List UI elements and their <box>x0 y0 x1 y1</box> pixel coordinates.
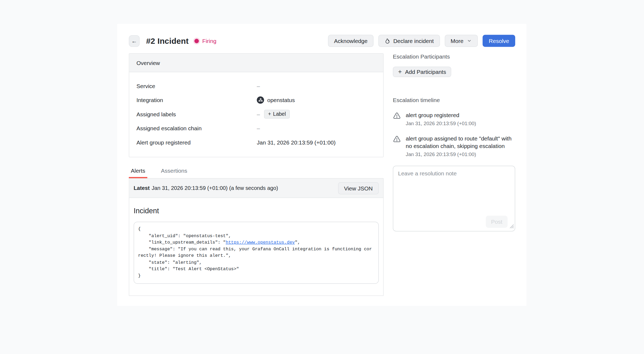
incident-json-code-block: { "alert_uid": "openstatus-test", "link_… <box>134 222 379 284</box>
resize-handle-icon[interactable] <box>510 223 514 230</box>
timeline-item: alert group registered Jan 31, 2026 20:1… <box>393 111 515 126</box>
code-line: "title": "Test Alert <OpenStatus>" <box>138 266 375 272</box>
timeline-item-text: alert group assigned to route "default" … <box>406 135 515 150</box>
acknowledge-label: Acknowledge <box>334 38 368 44</box>
overview-panel: Overview Service – Integration <box>129 53 384 157</box>
main-column: Overview Service – Integration <box>129 53 384 296</box>
page-title: #2 Incident <box>146 36 189 46</box>
code-line: "link_to_upstream_details": "https://www… <box>138 239 375 246</box>
code-line: { <box>138 226 375 233</box>
view-json-button[interactable]: View JSON <box>338 182 379 194</box>
post-note-button[interactable]: Post <box>486 215 507 227</box>
add-label-button[interactable]: + Label <box>264 110 290 118</box>
plus-icon: + <box>398 68 402 75</box>
page-header: ← #2 Incident Firing Acknowledge Declare… <box>129 35 515 47</box>
code-text: ", <box>295 240 300 245</box>
row-value: – <box>257 111 260 117</box>
warning-triangle-icon <box>393 135 401 157</box>
timeline-item-time: Jan 31, 2026 20:13:59 (+01:00) <box>406 120 476 126</box>
latest-label: Latest <box>134 185 150 191</box>
timeline-item-time: Jan 31, 2026 20:13:59 (+01:00) <box>406 151 515 157</box>
add-participants-button[interactable]: + Add Participants <box>393 67 451 77</box>
overview-panel-header: Overview <box>129 54 383 72</box>
overview-row-integration: Integration openstatus <box>137 93 376 107</box>
timeline-item: alert group assigned to route "default" … <box>393 135 515 157</box>
row-label: Alert group registered <box>137 139 257 145</box>
add-label-text: Label <box>273 111 286 117</box>
incident-title: Incident <box>134 207 379 215</box>
declare-incident-label: Declare incident <box>393 38 434 44</box>
more-label: More <box>451 38 463 44</box>
header-actions: Acknowledge Declare incident More Resolv… <box>328 35 515 47</box>
sidebar: Escalation Participants + Add Participan… <box>393 53 515 296</box>
webhook-icon <box>257 96 264 103</box>
status-badge: Firing <box>194 38 217 44</box>
row-label: Assigned escalation chain <box>137 125 257 131</box>
tabs-bar: Alerts Assertions <box>129 167 384 178</box>
row-label: Assigned labels <box>137 111 257 117</box>
escalation-timeline: alert group registered Jan 31, 2026 20:1… <box>393 111 515 157</box>
resolve-button[interactable]: Resolve <box>483 35 515 47</box>
code-line: } <box>138 272 375 279</box>
arrow-left-icon: ← <box>131 37 137 44</box>
plus-icon: + <box>268 111 271 117</box>
resolve-label: Resolve <box>489 38 509 44</box>
code-line: "message": "If you can read this, your G… <box>138 246 375 259</box>
overview-title: Overview <box>137 60 160 66</box>
incident-section: Incident { "alert_uid": "openstatus-test… <box>129 198 383 295</box>
latest-timestamp: Jan 31, 2026 20:13:59 (+01:00) (a few se… <box>152 185 278 191</box>
tab-assertions[interactable]: Assertions <box>159 167 189 178</box>
acknowledge-button[interactable]: Acknowledge <box>328 35 374 47</box>
more-button[interactable]: More <box>445 35 478 47</box>
code-line: "alert_uid": "openstatus-test", <box>138 232 375 239</box>
escalation-timeline-title: Escalation timeline <box>393 97 515 103</box>
overview-row-assigned-labels: Assigned labels – + Label <box>137 107 376 121</box>
code-line: "state": "alerting", <box>138 259 375 266</box>
overview-row-escalation-chain: Assigned escalation chain – <box>137 121 376 135</box>
row-label: Integration <box>137 97 257 103</box>
incident-page-card: ← #2 Incident Firing Acknowledge Declare… <box>117 24 527 306</box>
back-button[interactable]: ← <box>129 35 140 47</box>
tab-alerts[interactable]: Alerts <box>129 167 147 178</box>
view-json-label: View JSON <box>344 185 373 191</box>
row-label: Service <box>137 82 257 89</box>
integration-name-link[interactable]: openstatus <box>267 97 295 103</box>
chevron-down-icon <box>467 38 472 43</box>
resolution-note-container: Post <box>393 165 515 231</box>
row-value: – <box>257 82 260 89</box>
status-label: Firing <box>202 38 217 44</box>
declare-incident-button[interactable]: Declare incident <box>378 35 440 47</box>
overview-row-registered: Alert group registered Jan 31, 2026 20:1… <box>137 135 376 149</box>
upstream-link[interactable]: https://www.openstatus.dev <box>226 240 295 245</box>
firing-dot-icon <box>194 39 199 43</box>
warning-triangle-icon <box>393 112 401 126</box>
alerts-panel: Latest Jan 31, 2026 20:13:59 (+01:00) (a… <box>129 178 384 296</box>
row-value: – <box>257 125 260 131</box>
code-text: "link_to_upstream_details": " <box>138 240 226 245</box>
flame-icon <box>385 38 391 44</box>
timeline-item-text: alert group registered <box>406 111 476 119</box>
escalation-participants-title: Escalation Participants <box>393 53 515 60</box>
page: ← #2 Incident Firing Acknowledge Declare… <box>0 24 644 354</box>
add-participants-label: Add Participants <box>405 69 446 75</box>
latest-alert-bar: Latest Jan 31, 2026 20:13:59 (+01:00) (a… <box>129 179 383 198</box>
row-value: Jan 31, 2026 20:13:59 (+01:00) <box>257 139 336 145</box>
overview-row-service: Service – <box>137 79 376 93</box>
